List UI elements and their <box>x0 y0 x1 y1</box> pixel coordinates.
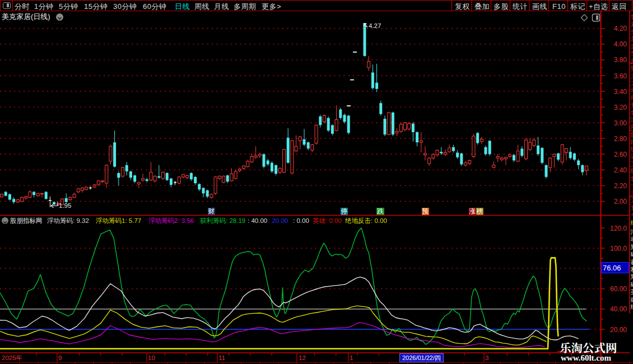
svg-text:4.20: 4.20 <box>614 25 627 32</box>
svg-text:4.27: 4.27 <box>369 22 381 29</box>
svg-text:20.00: 20.00 <box>610 326 627 334</box>
svg-text:2.60: 2.60 <box>614 151 627 158</box>
svg-text:3.60: 3.60 <box>614 72 627 80</box>
svg-text:3.80: 3.80 <box>614 56 627 64</box>
svg-text:60.00: 60.00 <box>610 285 627 293</box>
svg-text:3.20: 3.20 <box>614 104 627 111</box>
svg-text:2.40: 2.40 <box>614 166 627 174</box>
svg-text:4.00: 4.00 <box>614 40 627 48</box>
svg-text:3.40: 3.40 <box>614 88 627 96</box>
svg-text:100.0: 100.0 <box>610 245 627 253</box>
svg-text:40.00: 40.00 <box>610 305 627 313</box>
svg-text:2.80: 2.80 <box>614 135 627 143</box>
svg-text:1.95: 1.95 <box>59 202 71 209</box>
svg-text:120.0: 120.0 <box>610 225 627 232</box>
svg-text:76.06: 76.06 <box>603 264 621 272</box>
svg-text:2.20: 2.20 <box>614 182 627 190</box>
svg-text:2.00: 2.00 <box>614 198 627 206</box>
svg-text:3.00: 3.00 <box>614 119 627 127</box>
